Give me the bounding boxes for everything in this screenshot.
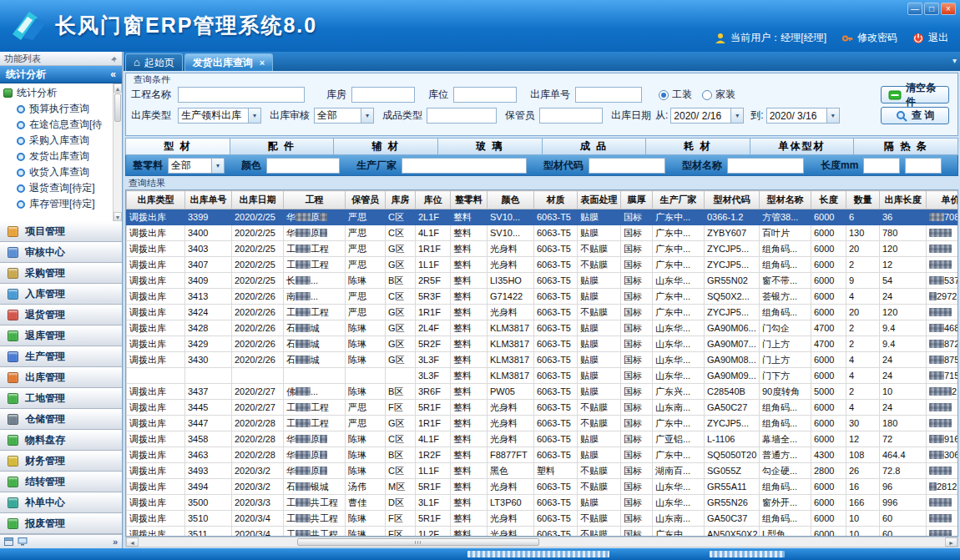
table-cell[interactable]: 6063-T5 bbox=[534, 336, 578, 352]
sidebar-module[interactable]: 采购管理 bbox=[0, 263, 122, 284]
table-cell[interactable]: LI35HO bbox=[488, 273, 534, 289]
column-header[interactable]: 整零料 bbox=[451, 191, 488, 209]
table-cell[interactable]: 1R1F bbox=[416, 416, 451, 431]
table-cell[interactable]: 国标 bbox=[621, 336, 653, 352]
tab-start-page[interactable]: ⌂起始页 bbox=[125, 53, 183, 71]
table-cell[interactable]: SV10... bbox=[488, 209, 534, 225]
monitor-icon[interactable] bbox=[18, 537, 28, 546]
table-cell[interactable]: 6063-T5 bbox=[534, 273, 578, 289]
table-cell[interactable]: 陈琳 bbox=[346, 336, 386, 352]
table-cell[interactable]: 6000 bbox=[811, 511, 846, 527]
table-cell[interactable]: 3458 bbox=[185, 431, 232, 447]
table-cell[interactable]: 2 bbox=[846, 257, 880, 273]
sidebar-module[interactable]: 物料盘存 bbox=[0, 430, 122, 451]
table-cell[interactable]: 整料 bbox=[451, 305, 488, 320]
table-cell[interactable]: 华原 bbox=[284, 225, 346, 241]
tree-item[interactable]: 退货查询[待定] bbox=[3, 180, 122, 196]
table-cell[interactable] bbox=[927, 527, 959, 537]
table-cell[interactable]: 光身料 bbox=[488, 511, 534, 527]
table-cell[interactable]: 6000 bbox=[811, 289, 846, 305]
table-cell[interactable]: 6063-T5 bbox=[534, 352, 578, 368]
profile-name-input[interactable] bbox=[727, 158, 804, 174]
table-cell[interactable]: 6000 bbox=[811, 495, 846, 511]
table-cell[interactable]: GR55N26 bbox=[705, 495, 760, 511]
table-cell[interactable]: 陈琳 bbox=[346, 273, 386, 289]
table-cell[interactable]: 6000 bbox=[811, 431, 846, 447]
table-cell[interactable]: 调拨出库 bbox=[127, 336, 185, 352]
location-input[interactable] bbox=[453, 87, 517, 103]
table-cell[interactable]: 5R2F bbox=[416, 336, 451, 352]
table-row[interactable]: 3L3F整料KLM38176063-T5贴膜国标山东华...GA90M09...… bbox=[127, 368, 959, 384]
table-cell[interactable]: 整料 bbox=[451, 320, 488, 336]
table-cell[interactable]: SV10... bbox=[488, 225, 534, 241]
table-cell[interactable]: 南... bbox=[284, 289, 346, 305]
material-tab[interactable]: 型 材 bbox=[125, 138, 230, 155]
table-cell[interactable]: 国标 bbox=[621, 479, 653, 495]
table-cell[interactable]: 3510 bbox=[185, 511, 232, 527]
table-cell[interactable]: 6063-T5 bbox=[534, 416, 578, 431]
table-cell[interactable]: 6000 bbox=[811, 241, 846, 257]
tab-shipping-outbound-query[interactable]: 发货出库查询× bbox=[184, 53, 273, 71]
table-cell[interactable]: 2020/3/4 bbox=[232, 527, 284, 537]
table-cell[interactable]: 2812 bbox=[927, 479, 959, 495]
table-cell[interactable]: 工共工程 bbox=[284, 495, 346, 511]
table-cell[interactable]: 山东华... bbox=[653, 479, 705, 495]
tree-item[interactable]: 发货出库查询 bbox=[3, 149, 122, 164]
table-cell[interactable]: 12 bbox=[880, 257, 927, 273]
table-cell[interactable]: 山东华... bbox=[653, 495, 705, 511]
table-cell[interactable]: 国标 bbox=[621, 241, 653, 257]
table-cell[interactable]: 整料 bbox=[451, 273, 488, 289]
table-cell[interactable]: 严思 bbox=[346, 400, 386, 416]
close-button[interactable]: × bbox=[941, 3, 956, 15]
table-cell[interactable]: 调拨出库 bbox=[127, 273, 185, 289]
table-cell[interactable]: 贴膜 bbox=[578, 225, 621, 241]
order-no-input[interactable] bbox=[575, 87, 642, 103]
table-cell[interactable]: 山东华... bbox=[653, 352, 705, 368]
column-header[interactable]: 型材代码 bbox=[705, 191, 760, 209]
table-cell[interactable]: 陈琳 bbox=[346, 384, 386, 400]
table-row[interactable]: 调拨出库34632020/2/28华原陈琳B区1R2F整料F8877FT6063… bbox=[127, 447, 959, 463]
table-cell[interactable]: 贴膜 bbox=[578, 289, 621, 305]
scrollbar-thumb[interactable] bbox=[114, 93, 121, 122]
table-cell[interactable]: 4 bbox=[846, 400, 880, 416]
table-cell[interactable]: 工共工程 bbox=[284, 527, 346, 537]
table-cell[interactable] bbox=[346, 368, 386, 384]
table-row[interactable]: 调拨出库34072020/2/25工工程严思G区1L1F整料光身料6063-T5… bbox=[127, 257, 959, 273]
table-cell[interactable]: 537 bbox=[927, 273, 959, 289]
table-cell[interactable]: KLM3817 bbox=[488, 336, 534, 352]
table-cell[interactable]: C区 bbox=[386, 209, 416, 225]
table-cell[interactable]: 3413 bbox=[185, 289, 232, 305]
table-cell[interactable]: 国标 bbox=[621, 511, 653, 527]
pin-icon[interactable] bbox=[110, 55, 118, 63]
table-cell[interactable]: 3500 bbox=[185, 495, 232, 511]
table-cell[interactable]: 108 bbox=[846, 447, 880, 463]
table-cell[interactable]: 国标 bbox=[621, 289, 653, 305]
table-cell[interactable]: 6000 bbox=[811, 225, 846, 241]
table-cell[interactable]: F区 bbox=[386, 511, 416, 527]
table-cell[interactable]: 12 bbox=[846, 431, 880, 447]
table-cell[interactable]: GA90M07... bbox=[705, 336, 760, 352]
column-header[interactable]: 工程 bbox=[284, 191, 346, 209]
table-cell[interactable]: 3430 bbox=[185, 352, 232, 368]
table-cell[interactable]: 不贴膜 bbox=[578, 400, 621, 416]
sidebar-module[interactable]: 入库管理 bbox=[0, 284, 122, 305]
table-cell[interactable]: 石城 bbox=[284, 336, 346, 352]
table-cell[interactable]: 4L1F bbox=[416, 225, 451, 241]
table-cell[interactable]: 72 bbox=[880, 431, 927, 447]
table-cell[interactable]: 整料 bbox=[451, 400, 488, 416]
table-cell[interactable]: 2972 bbox=[927, 289, 959, 305]
table-cell[interactable]: 整料 bbox=[451, 257, 488, 273]
table-cell[interactable]: 10 bbox=[880, 384, 927, 400]
table-cell[interactable]: 708 bbox=[927, 209, 959, 225]
table-cell[interactable]: 5R1F bbox=[416, 479, 451, 495]
table-cell[interactable]: 3424 bbox=[185, 305, 232, 320]
table-cell[interactable]: 调拨出库 bbox=[127, 257, 185, 273]
table-cell[interactable]: M区 bbox=[386, 479, 416, 495]
table-cell[interactable]: 严思 bbox=[346, 225, 386, 241]
table-cell[interactable]: 华原 bbox=[284, 463, 346, 479]
table-cell[interactable]: 贴膜 bbox=[578, 368, 621, 384]
table-cell[interactable]: 广东中... bbox=[653, 527, 705, 537]
table-cell[interactable]: 佛... bbox=[284, 384, 346, 400]
table-cell[interactable] bbox=[127, 368, 185, 384]
table-cell[interactable]: 不贴膜 bbox=[578, 479, 621, 495]
